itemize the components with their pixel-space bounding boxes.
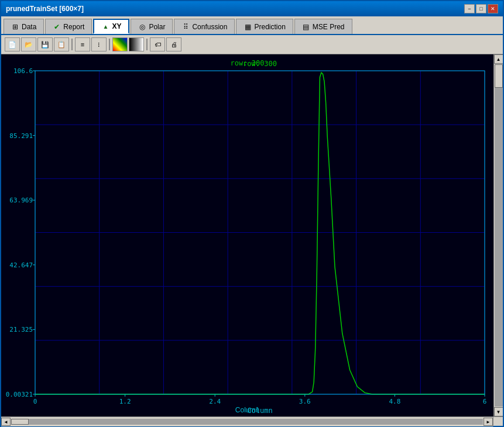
x-axis-title: Column [235,406,259,414]
tab-data[interactable]: ⊞ Data [4,19,44,34]
open-button[interactable]: 📂 [21,37,36,51]
scroll-track-v[interactable] [495,64,503,407]
toolbar-sep-3 [146,39,148,50]
print-button[interactable]: 🖨 [166,37,181,51]
window-title: prunedTrainSet [600×7] [6,5,84,13]
tab-report[interactable]: ✔ Report [45,19,92,34]
tab-confusion-label: Confussion [192,23,227,31]
scroll-left-button[interactable]: ◄ [1,418,11,426]
scroll-thumb-v[interactable] [495,64,503,88]
scroll-thumb-h[interactable] [11,419,29,425]
data-tab-icon: ⊞ [11,23,19,31]
scatter-button[interactable]: ⫶ [91,37,107,51]
toolbar: 📄 📂 💾 📋 ≡ ⫶ 🏷 🖨 [1,35,503,54]
scroll-track-h[interactable] [11,419,483,425]
xy-tab-icon: ▲ [101,22,109,30]
corner-box [493,417,503,426]
bar-chart-button[interactable]: ≡ [75,37,90,51]
copy-button[interactable]: 📋 [54,37,69,51]
main-window: prunedTrainSet [600×7] − □ ✕ ⊞ Data ✔ Re… [0,0,504,427]
tab-polar-label: Polar [149,23,165,31]
scroll-down-button[interactable]: ▼ [494,407,503,416]
tab-confusion[interactable]: ⠿ Confussion [174,19,235,34]
minimize-button[interactable]: − [464,4,475,13]
prediction-tab-icon: ▦ [244,23,252,31]
report-tab-icon: ✔ [53,23,61,31]
tab-report-label: Report [63,23,84,31]
close-button[interactable]: ✕ [488,4,498,13]
main-content: row: 300 Column ▲ ▼ [1,54,503,416]
scroll-up-button[interactable]: ▲ [494,54,503,64]
scroll-right-button[interactable]: ► [484,418,493,426]
tab-prediction-label: Prediction [254,23,285,31]
bottom-bar: ◄ ► [1,416,503,426]
title-bar: prunedTrainSet [600×7] − □ ✕ [1,1,503,16]
tabs-bar: ⊞ Data ✔ Report ▲ XY ◎ Polar ⠿ Confussio… [1,16,503,35]
vertical-scrollbar[interactable]: ▲ ▼ [493,54,503,416]
title-buttons: − □ ✕ [464,4,498,13]
tab-msepred-label: MSE Pred [313,23,345,31]
toolbar-sep-2 [109,39,110,50]
polar-tab-icon: ◎ [138,23,146,31]
maximize-button[interactable]: □ [476,4,486,13]
bw-button[interactable] [129,37,144,51]
chart-canvas [1,54,493,416]
label-button[interactable]: 🏷 [150,37,165,51]
new-button[interactable]: 📄 [5,37,20,51]
tab-polar[interactable]: ◎ Polar [131,19,173,34]
row-label: row: 300 [231,59,265,67]
tab-xy-label: XY [112,22,121,30]
tab-xy[interactable]: ▲ XY [93,19,129,34]
chart-area: row: 300 Column [1,54,493,416]
tab-msepred[interactable]: ▤ MSE Pred [294,19,352,34]
save-button[interactable]: 💾 [37,37,53,51]
toolbar-sep-1 [71,39,73,50]
msepred-tab-icon: ▤ [302,23,310,31]
tab-data-label: Data [22,23,36,31]
confusion-tab-icon: ⠿ [181,23,190,31]
horizontal-scrollbar[interactable]: ◄ ► [1,417,493,426]
color-button[interactable] [112,37,128,51]
tab-prediction[interactable]: ▦ Prediction [236,19,293,34]
